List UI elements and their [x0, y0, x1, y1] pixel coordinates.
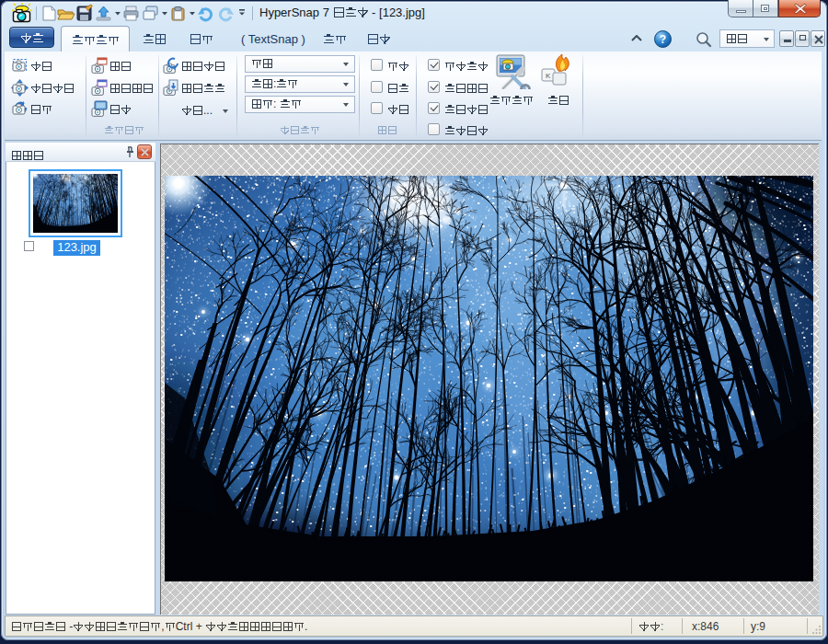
svg-text:?: ?: [660, 33, 666, 46]
svg-text:K: K: [546, 72, 551, 80]
